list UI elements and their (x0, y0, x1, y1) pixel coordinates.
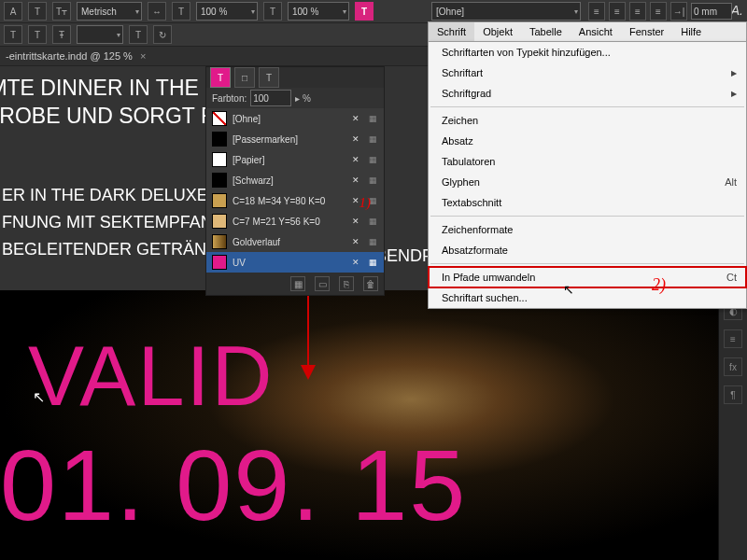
char-toolbar: A T Tᴛ Metrisch ↔ T 100 % T 100 % T A. [… (0, 0, 747, 23)
align-group: ≡ ≡ ≡ ≡ →| (588, 2, 732, 21)
stroke-tab-icon[interactable]: □ (234, 67, 255, 88)
swatch-color-icon (212, 152, 227, 167)
baseline-icon[interactable]: T (172, 2, 190, 21)
swatch-color-icon (212, 111, 227, 126)
bullet-2: FNUNG MIT SEKTEMPFANG (2, 213, 226, 231)
swatch-color-icon (212, 132, 227, 147)
justify-icon[interactable]: ≡ (650, 2, 667, 21)
tt-icon[interactable]: T (28, 25, 47, 44)
align-left-icon[interactable]: ≡ (588, 2, 605, 21)
new-group-icon[interactable]: ▭ (315, 276, 330, 291)
bullet-list[interactable]: ER IN THE DARK DELUXE FNUNG MIT SEKTEMPF… (0, 178, 229, 267)
menu-item[interactable]: Textabschnitt (429, 192, 746, 213)
side-icon-4[interactable]: ¶ (724, 385, 742, 404)
tint-input[interactable] (250, 90, 291, 106)
swatch-color-icon (212, 193, 227, 208)
annotation-2: 2) (652, 275, 666, 295)
submenu-arrow-icon: ▶ (731, 90, 737, 98)
swatch-label: Goldverlauf (233, 237, 345, 247)
swatch-type-icon: ▦ (367, 236, 378, 247)
menu-tabelle[interactable]: Tabelle (521, 22, 571, 41)
swatch-type-icon: ▦ (367, 154, 378, 165)
menu-item[interactable]: GlyphenAlt (429, 172, 746, 192)
photo-area[interactable]: VALID 01. 09. 15 (0, 290, 747, 560)
swatch-label: [Passermarken] (233, 134, 345, 145)
char-icon[interactable]: A (4, 2, 22, 21)
align-center-icon[interactable]: ≡ (609, 2, 626, 21)
tracking-icon[interactable]: ↔ (148, 2, 166, 21)
vscale-select[interactable]: 100 % (288, 2, 349, 21)
smallcaps-icon[interactable]: Tᴛ (52, 2, 71, 21)
swatch-list[interactable]: [Ohne]✕▦[Passermarken]✕▦[Papier]✕▦[Schwa… (206, 108, 384, 273)
menu-item[interactable]: In Pfade umwandelnCt (429, 267, 746, 287)
side-icon-2[interactable]: ≡ (724, 329, 742, 348)
swatch-lock-icon: ✕ (350, 154, 361, 165)
swatch-row[interactable]: [Papier]✕▦ (206, 149, 384, 170)
menu-ansicht[interactable]: Ansicht (571, 22, 621, 41)
menu-item[interactable]: Zeichen (429, 110, 746, 131)
menu-hilfe[interactable]: Hilfe (672, 22, 710, 41)
shortcut-label: Alt (725, 176, 737, 188)
swatch-label: [Papier] (233, 155, 345, 165)
underline-icon[interactable]: T (28, 2, 47, 21)
menu-item[interactable]: Schriftart▶ (429, 63, 746, 83)
swatch-color-icon (212, 255, 227, 270)
char-style-label: A. (731, 3, 743, 18)
swatches-panel[interactable]: T □ T Farbton: ▸ % [Ohne]✕▦[Passermarken… (205, 66, 385, 296)
tint-label: Farbton: (212, 93, 247, 104)
inset-input[interactable] (691, 3, 732, 20)
swatch-row[interactable]: [Passermarken]✕▦ (206, 129, 384, 149)
date-text[interactable]: 01. 09. 15 (0, 435, 467, 536)
document-title: -eintrittskarte.indd @ 125 % (6, 50, 133, 62)
fill-color-icon[interactable]: T (355, 2, 374, 21)
menu-item[interactable]: Absatz (429, 131, 746, 151)
bullet-3: BEGLEITENDER GETRÄNKE (2, 240, 229, 259)
rotate-icon[interactable]: ↻ (153, 25, 172, 44)
swatch-color-icon (212, 214, 227, 229)
menu-schrift[interactable]: Schrift (429, 22, 474, 41)
new-swatch-icon[interactable]: ⎘ (339, 276, 354, 291)
hscale-select[interactable]: 100 % (196, 2, 258, 21)
menu-item[interactable]: Schriftgrad▶ (429, 83, 746, 104)
tint-row: Farbton: ▸ % (206, 88, 384, 108)
aux-select[interactable] (77, 25, 123, 44)
menu-item[interactable]: Absatzformate (429, 240, 746, 260)
menu-fenster[interactable]: Fenster (621, 22, 672, 41)
delete-swatch-icon[interactable]: 🗑 (363, 276, 378, 291)
swatch-row[interactable]: C=7 M=21 Y=56 K=0✕▦ (206, 211, 384, 231)
char-style-select[interactable]: [Ohne] (431, 2, 581, 21)
mouse-cursor-icon: ↖ (563, 282, 574, 297)
annotation-1: 1) (359, 195, 372, 211)
swatch-label: [Schwarz] (233, 175, 345, 186)
swatch-type-icon: ▦ (367, 113, 378, 124)
vscale-icon[interactable]: T (263, 2, 282, 21)
swatch-row[interactable]: C=18 M=34 Y=80 K=0✕▦ (206, 190, 384, 211)
swatch-label: C=18 M=34 Y=80 K=0 (233, 196, 345, 206)
schrift-dropdown[interactable]: Schriftarten von Typekit hinzufügen...Sc… (428, 41, 747, 309)
fill-tab-icon[interactable]: T (210, 67, 231, 88)
kerning-select[interactable]: Metrisch (77, 2, 142, 21)
swatch-label: UV (233, 258, 345, 268)
side-icon-3[interactable]: fx (724, 357, 742, 376)
swatch-row[interactable]: UV✕▦ (206, 252, 384, 273)
close-tab-icon[interactable]: × (140, 50, 146, 62)
strike-icon[interactable]: Ŧ (52, 25, 71, 44)
swatch-row[interactable]: [Ohne]✕▦ (206, 108, 384, 129)
menu-item[interactable]: Tabulatoren (429, 151, 746, 172)
align-right-icon[interactable]: ≡ (629, 2, 646, 21)
swatch-row[interactable]: [Schwarz]✕▦ (206, 170, 384, 190)
menu-objekt[interactable]: Objekt (474, 22, 521, 41)
valid-text[interactable]: VALID (28, 337, 274, 417)
show-options-icon[interactable]: ▦ (290, 276, 305, 291)
swatch-label: [Ohne] (233, 114, 345, 124)
app-menubar[interactable]: Schrift Objekt Tabelle Ansicht Fenster H… (428, 21, 747, 42)
menu-item[interactable]: Schriftart suchen... (429, 287, 746, 308)
skew-icon[interactable]: T (129, 25, 148, 44)
text-fill-tab-icon[interactable]: T (259, 67, 279, 88)
menu-item[interactable]: Schriftarten von Typekit hinzufügen... (429, 42, 746, 63)
t-icon[interactable]: T (4, 25, 22, 44)
swatch-row[interactable]: Goldverlauf✕▦ (206, 231, 384, 252)
indent-icon[interactable]: →| (670, 2, 687, 21)
menu-item[interactable]: Zeichenformate (429, 219, 746, 240)
panel-tab-row: T □ T (206, 67, 384, 88)
